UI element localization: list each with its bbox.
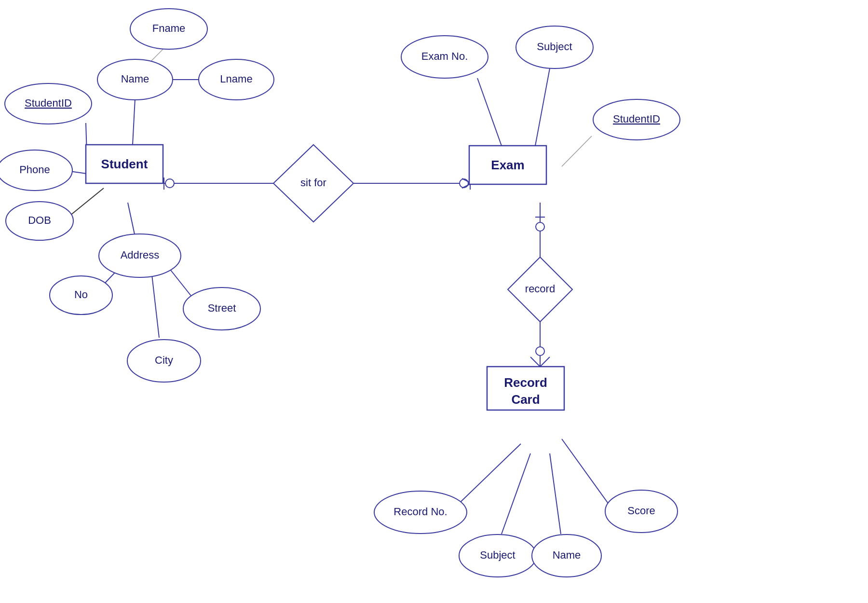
attr-city-label: City [155,354,173,366]
attr-studentid2-label: StudentID [613,113,660,125]
svg-point-24 [536,222,544,231]
svg-line-0 [133,99,135,145]
relationship-record-label: record [525,283,555,295]
entity-exam-label: Exam [491,158,524,172]
svg-point-12 [165,179,174,188]
svg-line-26 [530,357,540,367]
svg-point-28 [536,347,544,356]
svg-line-19 [535,69,550,146]
svg-line-27 [540,357,550,367]
svg-line-18 [477,78,502,146]
attr-street-label: Street [208,302,236,314]
attr-no-label: No [74,288,88,301]
svg-line-31 [550,453,561,534]
attr-dob-label: DOB [28,214,51,226]
svg-line-30 [502,453,530,534]
attr-subject-exam-label: Subject [537,41,572,53]
svg-line-29 [453,444,521,509]
svg-line-8 [152,275,159,338]
attr-address-label: Address [121,249,160,261]
attr-name-label: Name [121,73,149,85]
relationship-sit-for-label: sit for [300,177,326,189]
entity-recordcard-label-line1: Record [504,375,547,390]
attr-studentid-label: StudentID [25,97,72,109]
svg-line-6 [128,203,135,236]
attr-score-label: Score [627,505,655,517]
entity-student-label: Student [101,157,148,171]
attr-recordno-label: Record No. [393,506,447,518]
svg-line-1 [149,47,165,63]
attr-lname-label: Lname [220,73,252,85]
svg-line-20 [562,136,592,166]
svg-line-32 [562,439,611,508]
attr-examno-label: Exam No. [421,50,468,62]
attr-name-rc-label: Name [553,549,581,561]
attr-phone-label: Phone [19,164,50,176]
attr-fname-label: Fname [152,22,185,34]
svg-point-14 [460,179,468,188]
attr-subject-rc-label: Subject [480,549,515,561]
svg-line-7 [169,268,193,298]
entity-recordcard-label-line2: Card [511,392,540,407]
